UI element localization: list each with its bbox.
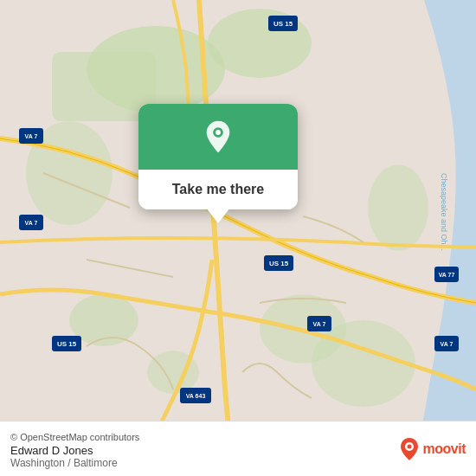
popup-tail xyxy=(206,208,230,223)
location-pin-icon xyxy=(201,119,235,154)
svg-text:VA 7: VA 7 xyxy=(25,133,38,139)
svg-text:VA 643: VA 643 xyxy=(186,393,206,399)
location-region: Washington / Baltimore xyxy=(10,457,139,469)
take-me-there-button[interactable]: Take me there xyxy=(138,170,298,209)
svg-text:US 15: US 15 xyxy=(269,260,289,267)
svg-text:US 15: US 15 xyxy=(57,340,77,348)
attribution-text: © OpenStreetMap contributors xyxy=(10,432,139,442)
svg-point-34 xyxy=(407,444,411,448)
svg-text:Chesapeake and Oh...: Chesapeake and Oh... xyxy=(440,173,448,251)
svg-point-32 xyxy=(215,130,221,135)
map-container: Chesapeake and Oh... US 15 VA 7 VA 7 xyxy=(0,0,476,476)
location-info: Edward D Jones Washington / Baltimore xyxy=(10,444,139,469)
location-name: Edward D Jones xyxy=(10,444,139,457)
svg-text:US 15: US 15 xyxy=(273,20,293,28)
bottom-left-info: © OpenStreetMap contributors Edward D Jo… xyxy=(10,428,139,469)
popup-card: Take me there xyxy=(138,104,298,209)
popup-green-area xyxy=(138,104,298,170)
svg-text:VA 7: VA 7 xyxy=(313,321,326,327)
moovit-logo: moovit xyxy=(399,437,466,461)
svg-point-9 xyxy=(368,164,428,251)
svg-text:VA 77: VA 77 xyxy=(439,272,455,278)
bottom-bar: © OpenStreetMap contributors Edward D Jo… xyxy=(0,421,476,476)
svg-text:VA 7: VA 7 xyxy=(441,341,453,347)
moovit-text: moovit xyxy=(423,441,466,457)
moovit-pin-icon xyxy=(399,437,420,461)
svg-point-7 xyxy=(312,320,415,407)
svg-text:VA 7: VA 7 xyxy=(25,220,38,226)
